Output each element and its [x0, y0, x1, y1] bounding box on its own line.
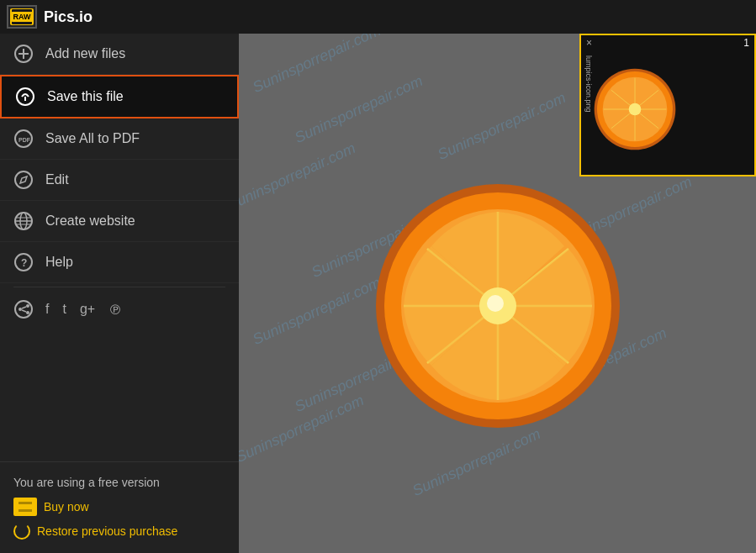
thumbnail-image-area: [593, 50, 677, 168]
sidebar-item-edit[interactable]: Edit: [0, 160, 239, 201]
svg-point-15: [15, 301, 32, 318]
watermark-5: Suninsporrepair.com: [250, 274, 383, 349]
svg-line-19: [22, 307, 26, 308]
svg-text:?: ?: [21, 257, 27, 269]
facebook-icon[interactable]: f: [45, 302, 49, 318]
sidebar-item-add-new-files[interactable]: Add new files: [0, 34, 239, 75]
svg-line-20: [22, 310, 26, 312]
content-area: Suninsporrepair.com Suninsporrepair.com …: [239, 34, 756, 553]
svg-rect-22: [19, 502, 32, 504]
sidebar-item-label: Create website: [45, 213, 135, 229]
svg-point-17: [19, 308, 22, 311]
sidebar-item-help[interactable]: ? Help: [0, 242, 239, 283]
thumbnail-body: lumpics-icon.png: [581, 50, 754, 168]
help-icon: ?: [13, 252, 34, 272]
svg-point-50: [629, 103, 642, 116]
free-section: You are using a free version Buy now Res…: [0, 461, 239, 553]
svg-point-7: [15, 171, 32, 188]
thumbnail-count: 1: [743, 37, 749, 49]
svg-rect-23: [19, 509, 32, 512]
watermark-10: Suninsporrepair.com: [410, 425, 543, 500]
sidebar-item-label: Save this file: [47, 89, 124, 104]
watermark-8: Suninsporrepair.com: [435, 89, 568, 164]
save-icon: [15, 87, 35, 107]
sidebar-item-save-all-pdf[interactable]: PDF Save All to PDF: [0, 118, 239, 160]
svg-text:PDF: PDF: [19, 137, 31, 143]
logo-film-icon: RAW: [10, 8, 34, 25]
sidebar-item-label: Add new files: [45, 46, 125, 61]
sidebar-item-label: Help: [45, 255, 73, 270]
sidebar-item-label: Save All to PDF: [45, 131, 140, 146]
app-title: Pics.io: [44, 8, 93, 26]
thumbnail-filename: lumpics-icon.png: [584, 55, 593, 175]
share-row: f t g+ ℗: [0, 291, 239, 328]
app-header: RAW Pics.io: [0, 0, 756, 34]
sidebar-item-label: Edit: [45, 172, 69, 187]
watermark-3: Suninsporrepair.com: [239, 140, 358, 214]
divider: [13, 287, 225, 287]
sidebar: Add new files Save this file PDF Save Al…: [0, 34, 239, 553]
sidebar-item-save-this-file[interactable]: Save this file: [0, 75, 239, 118]
tumblr-icon[interactable]: t: [62, 302, 66, 318]
thumbnail-image: [593, 67, 677, 151]
svg-point-16: [26, 304, 29, 308]
restore-row: Restore previous purchase: [13, 523, 225, 540]
watermark-7: Suninsporrepair.com: [239, 392, 367, 466]
watermark-1: Suninsporrepair.com: [250, 34, 383, 97]
sidebar-item-create-website[interactable]: Create website: [0, 201, 239, 242]
orange-image: [372, 180, 624, 432]
close-icon[interactable]: ×: [586, 37, 592, 49]
pdf-icon: PDF: [13, 129, 34, 149]
thumbnail-panel: × 1 lumpics-icon.png: [579, 34, 756, 176]
buy-icon: [13, 498, 37, 516]
svg-point-18: [26, 311, 29, 314]
share-icon: [13, 299, 34, 319]
logo-box: RAW: [7, 5, 37, 29]
plus-circle-icon: [13, 44, 34, 64]
buy-now-row: Buy now: [13, 498, 225, 516]
free-version-text: You are using a free version: [13, 476, 225, 489]
buy-now-link[interactable]: Buy now: [44, 500, 89, 514]
share-icons: f t g+ ℗: [45, 302, 122, 318]
svg-point-37: [487, 295, 504, 312]
restore-icon: [13, 523, 30, 540]
thumbnail-header: × 1: [581, 35, 754, 50]
watermark-2: Suninsporrepair.com: [292, 72, 426, 147]
pinterest-icon[interactable]: ℗: [108, 302, 122, 318]
globe-icon: [13, 211, 34, 231]
googleplus-icon[interactable]: g+: [80, 302, 95, 318]
main-layout: Add new files Save this file PDF Save Al…: [0, 34, 756, 553]
restore-purchase-link[interactable]: Restore previous purchase: [37, 524, 177, 538]
edit-icon: [13, 170, 34, 190]
raw-badge: RAW: [11, 12, 34, 22]
